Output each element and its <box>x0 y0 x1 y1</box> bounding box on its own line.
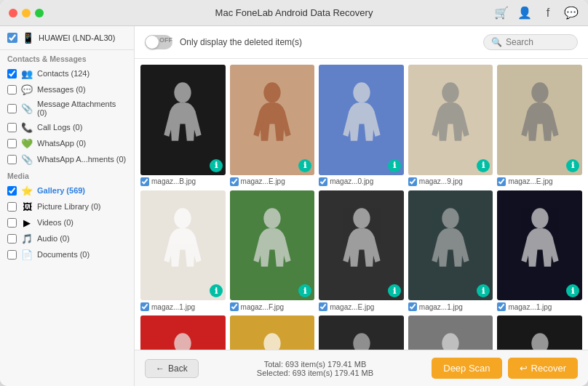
documents-checkbox[interactable] <box>7 250 17 260</box>
sidebar-item-contacts[interactable]: 👥 Contacts (124) <box>0 65 134 81</box>
svg-point-2 <box>353 82 370 102</box>
device-checkbox[interactable] <box>7 33 17 43</box>
info-button[interactable]: ℹ <box>566 284 579 297</box>
grid-item: ℹ magaz...E.jpg <box>319 190 404 312</box>
sidebar-item-call-logs[interactable]: 📞 Call Logs (0) <box>0 119 134 135</box>
toolbar-filter-text: Only display the deleted item(s) <box>180 37 302 47</box>
photo-wrapper[interactable]: ℹ <box>319 190 404 301</box>
sidebar-item-audio[interactable]: 🎵 Audio (0) <box>0 230 134 246</box>
contacts-checkbox[interactable] <box>7 69 17 79</box>
photo-wrapper[interactable]: ℹ <box>408 190 493 301</box>
messages-checkbox[interactable] <box>7 85 17 95</box>
search-input[interactable] <box>506 37 570 47</box>
picture-library-checkbox[interactable] <box>7 202 17 212</box>
back-arrow-icon: ← <box>156 363 164 374</box>
photo-checkbox[interactable] <box>408 302 417 311</box>
whatsapp-attachments-checkbox[interactable] <box>7 155 17 164</box>
cart-icon[interactable]: 🛒 <box>493 5 509 21</box>
info-button[interactable]: ℹ <box>388 284 401 297</box>
call-logs-checkbox[interactable] <box>7 123 17 132</box>
toggle-switch[interactable]: OFF <box>145 35 172 49</box>
back-button[interactable]: ← Back <box>145 359 199 378</box>
grid-item: ℹ magaz...F.jpg <box>230 190 315 312</box>
info-button[interactable]: ℹ <box>298 159 311 172</box>
photo-figure <box>408 65 493 175</box>
sidebar: 📱 HUAWEI (LND-AL30) Contacts & Messages … <box>0 26 135 386</box>
chat-icon[interactable]: 💬 <box>563 5 579 21</box>
photo-wrapper[interactable]: ℹ <box>497 190 582 301</box>
photo-figure <box>497 315 582 350</box>
photo-wrapper[interactable]: ℹ <box>140 65 226 175</box>
picture-library-label: Picture Library (0) <box>37 202 100 211</box>
info-button[interactable]: ℹ <box>388 159 401 172</box>
photo-name: magaz...F.jpg <box>241 303 284 311</box>
photo-wrapper[interactable]: ℹ <box>319 315 404 350</box>
photo-checkbox[interactable] <box>140 177 149 186</box>
videos-checkbox[interactable] <box>7 218 17 228</box>
photo-checkbox[interactable] <box>230 302 239 311</box>
photo-wrapper[interactable]: ℹ <box>140 190 226 301</box>
minimize-button[interactable] <box>22 9 31 17</box>
audio-checkbox[interactable] <box>7 234 17 244</box>
recover-label: Recover <box>531 363 566 374</box>
whatsapp-checkbox[interactable] <box>7 139 17 148</box>
sidebar-item-messages[interactable]: 💬 Messages (0) <box>0 81 134 97</box>
whatsapp-label: WhatsApp (0) <box>37 139 86 148</box>
photo-wrapper[interactable]: ℹ <box>408 65 493 175</box>
photo-figure <box>319 315 404 350</box>
grid-item: ℹ magaz...E.jpg <box>140 315 226 350</box>
svg-point-5 <box>175 208 191 228</box>
photo-wrapper[interactable]: ℹ <box>230 65 315 175</box>
photo-checkbox[interactable] <box>140 302 149 311</box>
sidebar-item-gallery[interactable]: ⭐ Gallery (569) <box>0 182 134 198</box>
deep-scan-button[interactable]: Deep Scan <box>432 358 501 379</box>
sidebar-item-message-attachments[interactable]: 📎 Message Attachments (0) <box>0 97 134 119</box>
audio-icon: 🎵 <box>21 233 33 244</box>
messages-icon: 💬 <box>21 84 33 95</box>
info-button[interactable]: ℹ <box>210 159 223 172</box>
device-name: HUAWEI (LND-AL30) <box>39 33 115 42</box>
photo-wrapper[interactable]: ℹ <box>497 315 582 350</box>
photo-wrapper[interactable]: ℹ <box>408 315 493 350</box>
sidebar-item-videos[interactable]: ▶ Videos (0) <box>0 214 134 230</box>
photo-wrapper[interactable]: ℹ <box>497 65 582 175</box>
search-box[interactable]: 🔍 <box>483 34 578 50</box>
maximize-button[interactable] <box>35 9 44 17</box>
photo-checkbox[interactable] <box>408 177 417 186</box>
facebook-icon[interactable]: f <box>540 5 556 21</box>
titlebar-icons: 🛒 👤 f 💬 <box>493 5 579 21</box>
photo-checkbox[interactable] <box>230 177 239 186</box>
photo-wrapper[interactable]: ℹ <box>230 190 315 301</box>
item-footer: magaz...E.jpg <box>497 177 582 186</box>
photo-checkbox[interactable] <box>497 302 506 311</box>
back-label: Back <box>168 363 188 374</box>
recover-button[interactable]: ↩ Recover <box>508 358 578 379</box>
sidebar-item-whatsapp[interactable]: 💚 WhatsApp (0) <box>0 135 134 151</box>
photo-checkbox[interactable] <box>319 302 327 311</box>
photo-name: magaz...1.jpg <box>419 303 463 311</box>
photo-checkbox[interactable] <box>497 177 506 186</box>
photo-checkbox[interactable] <box>319 177 327 186</box>
photo-wrapper[interactable]: ℹ <box>140 315 226 350</box>
photo-name: magaz...E.jpg <box>508 177 552 185</box>
picture-library-icon: 🖼 <box>21 201 33 212</box>
svg-point-6 <box>263 208 280 228</box>
info-button[interactable]: ℹ <box>477 159 490 172</box>
info-button[interactable]: ℹ <box>566 159 579 172</box>
photo-name: magaz...0.jpg <box>330 177 373 185</box>
info-button[interactable]: ℹ <box>210 284 223 297</box>
photo-grid: ℹ magaz...B.jpg ℹ m <box>140 65 582 350</box>
sidebar-item-documents[interactable]: 📄 Documents (0) <box>0 246 134 262</box>
user-icon[interactable]: 👤 <box>517 5 533 21</box>
toggle-track[interactable]: OFF <box>145 35 172 49</box>
photo-wrapper[interactable]: ℹ <box>319 65 404 175</box>
sidebar-item-whatsapp-attachments[interactable]: 📎 WhatsApp A...hments (0) <box>0 151 134 167</box>
sidebar-item-picture-library[interactable]: 🖼 Picture Library (0) <box>0 198 134 214</box>
photo-wrapper[interactable]: ℹ <box>230 315 315 350</box>
message-attachments-checkbox[interactable] <box>7 104 17 113</box>
gallery-checkbox[interactable] <box>7 186 17 196</box>
grid-item: ℹ magaz...1.jpg <box>497 190 582 312</box>
close-button[interactable] <box>9 9 17 17</box>
grid-item: ℹ magaz...1.jpg <box>408 190 493 312</box>
photo-figure <box>230 315 315 350</box>
